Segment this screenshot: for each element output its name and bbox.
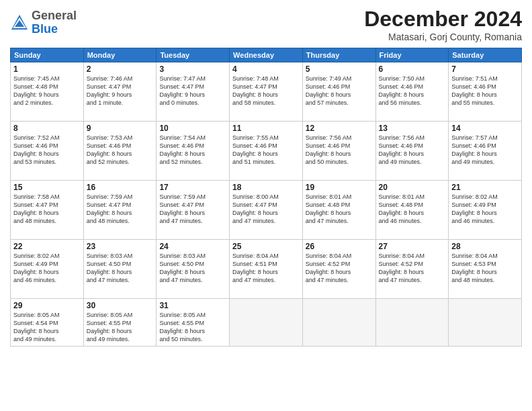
day-info: Sunrise: 7:48 AM Sunset: 4:47 PM Dayligh… <box>232 75 300 107</box>
calendar-cell: 30Sunrise: 8:05 AM Sunset: 4:55 PM Dayli… <box>83 299 157 347</box>
logo-icon <box>10 13 29 32</box>
logo-text: General Blue <box>32 9 77 36</box>
calendar-week-row: 8Sunrise: 7:52 AM Sunset: 4:46 PM Daylig… <box>11 122 522 181</box>
day-number: 30 <box>87 301 154 310</box>
day-number: 7 <box>451 64 519 74</box>
calendar-cell: 21Sunrise: 8:02 AM Sunset: 4:49 PM Dayli… <box>449 181 522 240</box>
calendar-cell: 23Sunrise: 8:03 AM Sunset: 4:50 PM Dayli… <box>83 240 157 299</box>
calendar-cell: 24Sunrise: 8:03 AM Sunset: 4:50 PM Dayli… <box>157 240 230 299</box>
calendar-header-row: Sunday Monday Tuesday Wednesday Thursday… <box>11 48 522 62</box>
calendar-cell: 12Sunrise: 7:56 AM Sunset: 4:46 PM Dayli… <box>302 122 375 181</box>
calendar-cell: 19Sunrise: 8:01 AM Sunset: 4:48 PM Dayli… <box>302 181 375 240</box>
day-number: 10 <box>159 124 226 133</box>
calendar-week-row: 15Sunrise: 7:58 AM Sunset: 4:47 PM Dayli… <box>11 181 522 240</box>
day-number: 31 <box>159 301 226 310</box>
calendar-cell: 22Sunrise: 8:02 AM Sunset: 4:49 PM Dayli… <box>11 240 84 299</box>
day-number: 9 <box>87 124 154 133</box>
day-number: 24 <box>159 242 226 251</box>
day-number: 21 <box>451 183 519 192</box>
day-info: Sunrise: 8:05 AM Sunset: 4:54 PM Dayligh… <box>13 311 81 344</box>
day-info: Sunrise: 7:52 AM Sunset: 4:46 PM Dayligh… <box>13 134 81 167</box>
day-number: 28 <box>451 242 519 251</box>
day-info: Sunrise: 8:04 AM Sunset: 4:52 PM Dayligh… <box>379 252 446 285</box>
calendar-cell: 7Sunrise: 7:51 AM Sunset: 4:46 PM Daylig… <box>449 62 522 122</box>
day-number: 8 <box>13 124 81 133</box>
calendar-cell: 4Sunrise: 7:48 AM Sunset: 4:47 PM Daylig… <box>230 62 303 122</box>
day-info: Sunrise: 8:02 AM Sunset: 4:49 PM Dayligh… <box>13 252 81 285</box>
calendar-cell: 16Sunrise: 7:59 AM Sunset: 4:47 PM Dayli… <box>83 181 157 240</box>
calendar-cell: 20Sunrise: 8:01 AM Sunset: 4:48 PM Dayli… <box>375 181 449 240</box>
day-info: Sunrise: 8:05 AM Sunset: 4:55 PM Dayligh… <box>159 311 226 344</box>
day-info: Sunrise: 7:51 AM Sunset: 4:46 PM Dayligh… <box>451 75 519 107</box>
day-info: Sunrise: 7:56 AM Sunset: 4:46 PM Dayligh… <box>379 134 446 167</box>
day-info: Sunrise: 7:58 AM Sunset: 4:47 PM Dayligh… <box>13 193 81 226</box>
calendar-cell: 27Sunrise: 8:04 AM Sunset: 4:52 PM Dayli… <box>375 240 449 299</box>
day-info: Sunrise: 8:04 AM Sunset: 4:51 PM Dayligh… <box>232 252 300 285</box>
day-info: Sunrise: 7:45 AM Sunset: 4:48 PM Dayligh… <box>13 75 81 107</box>
logo-general-text: General <box>32 9 77 23</box>
day-info: Sunrise: 8:01 AM Sunset: 4:48 PM Dayligh… <box>306 193 373 226</box>
calendar-cell: 8Sunrise: 7:52 AM Sunset: 4:46 PM Daylig… <box>11 122 84 181</box>
day-number: 3 <box>159 64 226 74</box>
day-info: Sunrise: 8:05 AM Sunset: 4:55 PM Dayligh… <box>87 311 154 344</box>
day-info: Sunrise: 8:01 AM Sunset: 4:48 PM Dayligh… <box>379 193 446 226</box>
day-info: Sunrise: 7:46 AM Sunset: 4:47 PM Dayligh… <box>87 75 154 107</box>
day-number: 11 <box>232 124 300 133</box>
calendar-cell: 28Sunrise: 8:04 AM Sunset: 4:53 PM Dayli… <box>449 240 522 299</box>
day-number: 18 <box>232 183 300 192</box>
calendar-cell: 18Sunrise: 8:00 AM Sunset: 4:47 PM Dayli… <box>230 181 303 240</box>
calendar-cell: 29Sunrise: 8:05 AM Sunset: 4:54 PM Dayli… <box>11 299 84 347</box>
calendar-cell: 13Sunrise: 7:56 AM Sunset: 4:46 PM Dayli… <box>375 122 449 181</box>
day-number: 17 <box>159 183 226 192</box>
day-number: 26 <box>306 242 373 251</box>
day-number: 13 <box>379 124 446 133</box>
calendar-cell <box>449 299 522 347</box>
calendar-cell <box>302 299 375 347</box>
day-info: Sunrise: 8:02 AM Sunset: 4:49 PM Dayligh… <box>451 193 519 226</box>
day-info: Sunrise: 7:49 AM Sunset: 4:46 PM Dayligh… <box>306 75 373 107</box>
day-info: Sunrise: 8:03 AM Sunset: 4:50 PM Dayligh… <box>159 252 226 285</box>
calendar-cell: 26Sunrise: 8:04 AM Sunset: 4:52 PM Dayli… <box>302 240 375 299</box>
location: Matasari, Gorj County, Romania <box>364 32 522 42</box>
day-number: 2 <box>87 64 154 74</box>
day-number: 23 <box>87 242 154 251</box>
title-block: December 2024 Matasari, Gorj County, Rom… <box>364 7 522 42</box>
logo-blue-text: Blue <box>32 23 77 36</box>
col-monday: Monday <box>83 48 157 62</box>
day-info: Sunrise: 7:53 AM Sunset: 4:46 PM Dayligh… <box>87 134 154 167</box>
logo: General Blue <box>10 9 77 36</box>
day-info: Sunrise: 7:59 AM Sunset: 4:47 PM Dayligh… <box>87 193 154 226</box>
header: General Blue December 2024 Matasari, Gor… <box>10 7 522 42</box>
day-number: 12 <box>306 124 373 133</box>
day-info: Sunrise: 8:00 AM Sunset: 4:47 PM Dayligh… <box>232 193 300 226</box>
month-title: December 2024 <box>364 7 522 32</box>
day-number: 29 <box>13 301 81 310</box>
day-info: Sunrise: 7:47 AM Sunset: 4:47 PM Dayligh… <box>159 75 226 107</box>
col-sunday: Sunday <box>11 48 84 62</box>
calendar-cell: 5Sunrise: 7:49 AM Sunset: 4:46 PM Daylig… <box>302 62 375 122</box>
calendar-cell: 1Sunrise: 7:45 AM Sunset: 4:48 PM Daylig… <box>11 62 84 122</box>
calendar-cell: 31Sunrise: 8:05 AM Sunset: 4:55 PM Dayli… <box>157 299 230 347</box>
day-info: Sunrise: 7:57 AM Sunset: 4:46 PM Dayligh… <box>451 134 519 167</box>
day-info: Sunrise: 8:04 AM Sunset: 4:52 PM Dayligh… <box>306 252 373 285</box>
day-info: Sunrise: 7:55 AM Sunset: 4:46 PM Dayligh… <box>232 134 300 167</box>
col-tuesday: Tuesday <box>157 48 230 62</box>
day-number: 25 <box>232 242 300 251</box>
day-number: 6 <box>379 64 446 74</box>
calendar-cell: 6Sunrise: 7:50 AM Sunset: 4:46 PM Daylig… <box>375 62 449 122</box>
day-info: Sunrise: 7:56 AM Sunset: 4:46 PM Dayligh… <box>306 134 373 167</box>
calendar-cell: 25Sunrise: 8:04 AM Sunset: 4:51 PM Dayli… <box>230 240 303 299</box>
col-saturday: Saturday <box>449 48 522 62</box>
day-info: Sunrise: 8:04 AM Sunset: 4:53 PM Dayligh… <box>451 252 519 285</box>
day-number: 14 <box>451 124 519 133</box>
calendar-cell: 17Sunrise: 7:59 AM Sunset: 4:47 PM Dayli… <box>157 181 230 240</box>
calendar-cell <box>230 299 303 347</box>
calendar-week-row: 1Sunrise: 7:45 AM Sunset: 4:48 PM Daylig… <box>11 62 522 122</box>
day-number: 1 <box>13 64 81 74</box>
day-info: Sunrise: 7:59 AM Sunset: 4:47 PM Dayligh… <box>159 193 226 226</box>
calendar-cell: 14Sunrise: 7:57 AM Sunset: 4:46 PM Dayli… <box>449 122 522 181</box>
calendar-table: Sunday Monday Tuesday Wednesday Thursday… <box>10 48 522 347</box>
calendar-cell: 9Sunrise: 7:53 AM Sunset: 4:46 PM Daylig… <box>83 122 157 181</box>
day-number: 4 <box>232 64 300 74</box>
calendar-cell: 2Sunrise: 7:46 AM Sunset: 4:47 PM Daylig… <box>83 62 157 122</box>
